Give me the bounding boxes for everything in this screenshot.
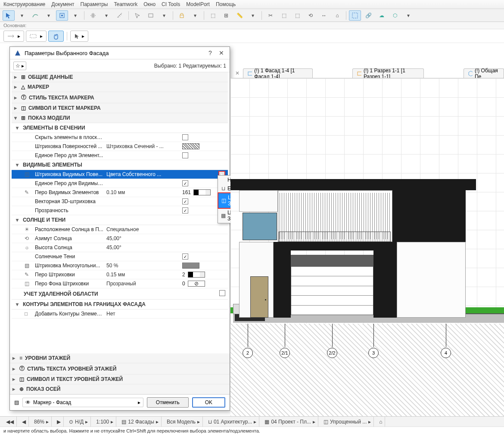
dialog-titlebar: Параметры Выбранного Фасада ? ✕: [10, 47, 230, 59]
tool-select-mode-icon[interactable]: [349, 10, 361, 21]
section-marker-symbol[interactable]: ▸◫СИМВОЛ И ТЕКСТ МАРКЕРА: [12, 103, 228, 113]
menu-item[interactable]: Teamwork: [114, 1, 138, 7]
section-grid-display[interactable]: ▸⊕ПОКАЗ ОСЕЙ: [10, 384, 230, 394]
tab-3d[interactable]: (!) Общая Пе: [464, 68, 504, 78]
tool-lock-dd-icon[interactable]: ▾: [189, 10, 201, 21]
subsection-boundary[interactable]: ▾КОНТУРЫ ЭЛЕМЕНТОВ НА ГРАНИЦАХ ФАСАДА: [12, 300, 228, 309]
tool-b-icon[interactable]: ⊞: [220, 10, 232, 21]
sb-nav-start-icon[interactable]: ◀◀: [3, 417, 17, 427]
tb2-btn-b[interactable]: ▸: [26, 31, 47, 42]
tab-section[interactable]: (!) 1 Разрез 1-1 [1 Разрез 1-1]: [352, 68, 424, 78]
row-shadow-pen[interactable]: ✎Перо Штриховки0.15 мм2: [12, 270, 228, 279]
tool-snap-icon[interactable]: [56, 10, 68, 21]
shade-icon: ▩: [220, 213, 227, 219]
row-uniform-pen-vis[interactable]: Единое Перо для Видимых...: [12, 179, 228, 188]
tool-arrow-icon[interactable]: [3, 10, 15, 21]
row-sun-azimuth[interactable]: ⟲Азимут Солнца45,00°: [12, 234, 228, 243]
section-marker[interactable]: ▸△МАРКЕР: [12, 82, 228, 92]
subsection-cut-elements[interactable]: ▾ЭЛЕМЕНТЫ В СЕЧЕНИИ: [12, 123, 228, 133]
sb-nav-prev-icon[interactable]: ◀: [19, 417, 29, 427]
tool-h-icon[interactable]: ⌂: [331, 10, 343, 21]
menu-item[interactable]: Параметры: [81, 1, 108, 7]
row-visible-pen[interactable]: ✎Перо Видимых Элементов0.10 мм161: [12, 188, 228, 197]
sb-nav-next-icon[interactable]: ▶: [54, 417, 64, 427]
section-story-levels[interactable]: ▸≡УРОВНИ ЭТАЖЕЙ: [10, 353, 230, 363]
contour-icon: □: [25, 311, 35, 317]
marker-type-select[interactable]: 👁Маркер - Фасад▸: [22, 398, 143, 407]
cancel-button[interactable]: Отменить: [147, 397, 189, 408]
sb-layer[interactable]: ⊔ 01 Архитектур... ▸: [205, 417, 260, 427]
row-transparency[interactable]: Прозрачность: [12, 206, 228, 215]
sb-model[interactable]: Вся Модель ▸: [164, 417, 203, 427]
tool-cloud2-icon[interactable]: ⬡: [389, 10, 401, 21]
row-hide-flat[interactable]: Скрыть элементы в плоско...: [12, 133, 228, 142]
row-sun-shadows[interactable]: Солнечные Тени: [12, 252, 228, 261]
tab-close-icon[interactable]: ✕: [233, 70, 242, 76]
tab-elevation[interactable]: (!) 1 Фасад 1-4 [1 Фасад 1-4]: [243, 68, 313, 78]
row-vector-3d[interactable]: Векторная 3D-штриховка: [12, 197, 228, 206]
tool-e-icon[interactable]: ⬚: [291, 10, 303, 21]
tool-dd-icon[interactable]: ▾: [402, 10, 414, 21]
tool-f-icon[interactable]: ⟲: [305, 10, 317, 21]
row-sun-pos[interactable]: ☀Расположение Солнца в П...Специальное: [12, 225, 228, 234]
sb-end-icon[interactable]: ⌂: [376, 417, 385, 427]
tool-lock-icon[interactable]: [176, 10, 188, 21]
section-general[interactable]: ▸⊞ОБЩИЕ ДАННЫЕ: [12, 72, 228, 82]
tool-cut-icon[interactable]: ✂: [264, 10, 277, 21]
menu-item[interactable]: Помощь: [216, 1, 236, 7]
row-uniform-pen-cut[interactable]: Единое Перо для Элемент...: [12, 151, 228, 160]
tb2-btn-hand[interactable]: [48, 31, 64, 42]
sb-project[interactable]: ▦ 04 Проект - Пл... ▸: [262, 417, 318, 427]
subsection-sun[interactable]: ▾СОЛНЦЕ И ТЕНИ: [12, 215, 228, 225]
tool-measure-icon[interactable]: 📏: [233, 10, 246, 21]
tool-g-icon[interactable]: ↔: [318, 10, 330, 21]
sb-simplified[interactable]: ◫ Упрощенный ... ▸: [321, 417, 374, 427]
menu-item[interactable]: Конструирование: [3, 1, 45, 7]
section-story-text-style[interactable]: ▸ⓉСТИЛЬ ТЕКСТА УРОВНЕЙ ЭТАЖЕЙ: [10, 363, 230, 374]
tool-grid-icon[interactable]: [87, 10, 99, 21]
tool-rect-icon[interactable]: [145, 10, 157, 21]
tool-link-icon[interactable]: 🔗: [362, 10, 374, 21]
drawing-canvas[interactable]: 2 2/1 2/2 3 4: [230, 78, 504, 416]
row-shadow-hatch[interactable]: ▧Штриховка Многоугольни...50 %: [12, 261, 228, 270]
row-sun-altitude[interactable]: ☼Высота Солнца45,00°: [12, 243, 228, 252]
tb2-btn-arrow[interactable]: ▸: [70, 31, 88, 42]
tb2-btn-a[interactable]: ▸: [3, 31, 24, 42]
ok-button[interactable]: OK: [192, 397, 225, 408]
menu-item[interactable]: CI Tools: [162, 1, 180, 7]
row-add-contours[interactable]: □Добавить Контуры Элемен...Нет: [12, 309, 228, 318]
menu-item[interactable]: Документ: [51, 1, 74, 7]
tool-ruler-icon[interactable]: [114, 10, 126, 21]
tool-d-icon[interactable]: ⬚: [278, 10, 290, 21]
subsection-visible-elements[interactable]: ▾ВИДИМЫЕ ЭЛЕМЕНТЫ: [12, 160, 228, 170]
tool-spline-dd-icon[interactable]: ▾: [43, 10, 55, 21]
section-marker-text-style[interactable]: ▸ⓉСТИЛЬ ТЕКСТА МАРКЕРА: [12, 92, 228, 103]
tool-arrow-dd-icon[interactable]: ▾: [16, 10, 28, 21]
tool-snap-dd-icon[interactable]: ▾: [69, 10, 81, 21]
toolbar-sublabel: Основная:: [0, 22, 504, 29]
sb-scale[interactable]: 1:100 ▸: [93, 417, 116, 427]
svg-rect-2: [149, 14, 153, 17]
sb-nd[interactable]: ⊙ Н/Д ▸: [66, 417, 91, 427]
subsection-removed[interactable]: УЧЕТ УДАЛЕННОЙ ОБЛАСТИ: [12, 288, 228, 300]
tool-c-icon[interactable]: ▾: [247, 10, 259, 21]
tool-a-icon[interactable]: ⬚: [207, 10, 219, 21]
tool-spline-icon[interactable]: [29, 10, 41, 21]
close-button[interactable]: ✕: [218, 49, 225, 56]
menu-item[interactable]: Окно: [143, 1, 156, 7]
menu-item[interactable]: ModelPort: [186, 1, 210, 7]
row-surface-fill[interactable]: Штриховка Поверхностей ...Штриховка Сече…: [12, 142, 228, 151]
sb-view[interactable]: ▤ 12 Фасады ▸: [119, 417, 162, 427]
help-button[interactable]: ?: [206, 49, 214, 56]
section-model-display[interactable]: ▾⊞ПОКАЗ МОДЕЛИ: [12, 113, 228, 123]
tool-cloud-icon[interactable]: ☁: [376, 10, 388, 21]
favorites-button[interactable]: ☆ ▸: [13, 62, 26, 70]
tool-grid-dd-icon[interactable]: ▾: [100, 10, 112, 21]
tool-rect-dd-icon[interactable]: ▾: [158, 10, 170, 21]
tool-pick-icon[interactable]: [131, 10, 143, 21]
sb-zoom[interactable]: 86% ▸: [31, 417, 52, 427]
row-visible-fill[interactable]: ◫Штриховка Видимых Пове...Цвета Собствен…: [12, 170, 228, 179]
hatch-icon: ▧: [25, 263, 35, 269]
row-shadow-bg-pen[interactable]: ◫Перо Фона ШтриховкиПрозрачный0⊘: [12, 279, 228, 288]
section-story-symbol[interactable]: ▸◫СИМВОЛ И ТЕКСТ УРОВНЕЙ ЭТАЖЕЙ: [10, 374, 230, 384]
